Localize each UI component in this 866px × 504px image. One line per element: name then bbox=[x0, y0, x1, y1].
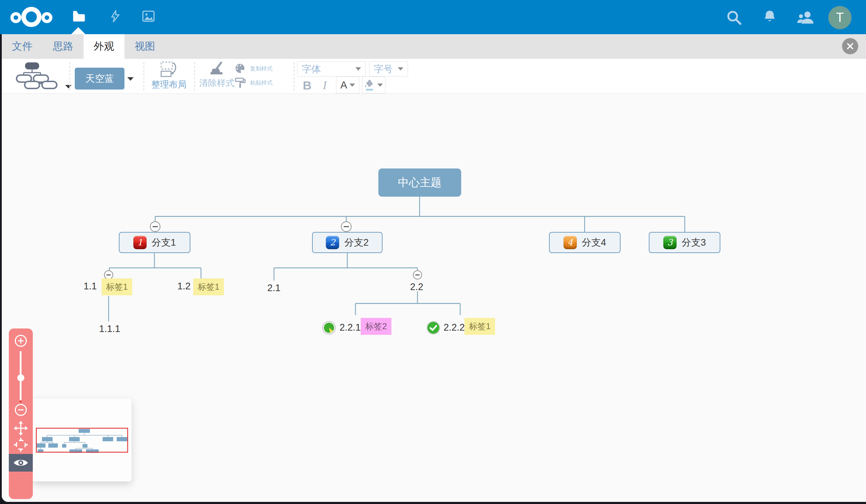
contacts-icon[interactable] bbox=[796, 8, 815, 27]
node-2-2-2[interactable]: 2.2.2 bbox=[444, 322, 465, 333]
mindmap-canvas[interactable]: 中心主题 1 分支1 2 分支2 4 分支4 3 分支3 1.1 标签1 bbox=[2, 94, 866, 502]
node-1-2[interactable]: 1.2 bbox=[177, 281, 191, 292]
background-color-button[interactable] bbox=[362, 76, 385, 93]
mindmap-app-window: T 文件 思路 外观 视图 bbox=[0, 0, 866, 504]
collapse-minus-icon[interactable] bbox=[413, 270, 422, 279]
branch2-node[interactable]: 2 分支2 bbox=[312, 232, 383, 253]
branch3-node[interactable]: 3 分支3 bbox=[649, 232, 720, 253]
tab-idea[interactable]: 思路 bbox=[43, 34, 84, 59]
font-family-select[interactable]: 字体 bbox=[297, 61, 366, 76]
tab-view[interactable]: 视图 bbox=[124, 34, 165, 59]
copy-style-button[interactable]: 复制样式 bbox=[234, 63, 273, 74]
theme-select-button[interactable]: 天空蓝 bbox=[75, 68, 124, 90]
arrange-layout-button[interactable]: 整理布局 bbox=[148, 61, 189, 90]
toggle-navigator-eye-icon[interactable] bbox=[9, 454, 33, 472]
copy-style-palette-icon bbox=[234, 63, 246, 74]
theme-label: 天空蓝 bbox=[85, 72, 114, 85]
zoom-in-icon[interactable] bbox=[15, 335, 27, 347]
tab-appearance[interactable]: 外观 bbox=[84, 34, 124, 59]
font-color-button[interactable]: A bbox=[336, 76, 359, 93]
task-done-check-icon[interactable] bbox=[426, 321, 440, 336]
toolbar-divider bbox=[194, 62, 195, 91]
notifications-bell-icon[interactable] bbox=[761, 8, 779, 27]
priority-2-icon: 2 bbox=[326, 236, 339, 249]
search-icon[interactable] bbox=[725, 8, 743, 27]
central-topic-node[interactable]: 中心主题 bbox=[378, 168, 461, 197]
node-2-2[interactable]: 2.2 bbox=[410, 282, 423, 293]
paste-style-roller-icon bbox=[234, 77, 246, 88]
tag-label: 标签2 bbox=[361, 318, 391, 335]
chevron-down-icon bbox=[355, 67, 361, 70]
files-app-icon[interactable] bbox=[72, 9, 86, 25]
italic-button[interactable]: I bbox=[318, 77, 331, 93]
clear-style-brush-icon bbox=[209, 62, 225, 76]
template-orgchart-icon bbox=[12, 61, 58, 89]
locate-center-icon[interactable] bbox=[14, 438, 28, 453]
tag-label: 标签1 bbox=[464, 318, 495, 335]
theme-dropdown-caret[interactable] bbox=[127, 77, 134, 81]
font-size-select[interactable]: 字号 bbox=[369, 61, 408, 76]
app-content: 文件 思路 外观 视图 bbox=[2, 34, 866, 502]
navigator-panel bbox=[32, 399, 132, 481]
clear-style-button[interactable]: 清除样式 bbox=[198, 62, 236, 89]
paste-style-button[interactable]: 粘贴样式 bbox=[234, 77, 273, 88]
zoom-slider-thumb[interactable] bbox=[17, 374, 24, 381]
node-1-1[interactable]: 1.1 bbox=[84, 281, 97, 292]
close-icon[interactable] bbox=[842, 38, 858, 54]
node-2-1[interactable]: 2.1 bbox=[267, 283, 281, 294]
user-avatar[interactable]: T bbox=[828, 6, 852, 29]
template-select-button[interactable] bbox=[12, 61, 68, 92]
node-1-1-1[interactable]: 1.1.1 bbox=[99, 324, 120, 334]
tag-label: 标签1 bbox=[193, 278, 224, 295]
collapse-minus-icon[interactable] bbox=[150, 221, 160, 232]
node-2-2-1[interactable]: 2.2.1 bbox=[340, 322, 361, 333]
priority-1-icon: 1 bbox=[133, 236, 147, 249]
chevron-down-icon bbox=[349, 84, 355, 87]
tab-file[interactable]: 文件 bbox=[2, 34, 43, 59]
nextcloud-logo-icon[interactable] bbox=[9, 5, 54, 31]
activity-app-icon[interactable] bbox=[109, 9, 122, 25]
paint-bucket-icon bbox=[365, 79, 375, 91]
nextcloud-header: T bbox=[0, 0, 866, 34]
toolbar-divider bbox=[69, 62, 70, 91]
zoom-out-icon[interactable] bbox=[15, 404, 27, 416]
chevron-down-icon bbox=[377, 84, 383, 87]
priority-4-icon: 4 bbox=[563, 236, 577, 249]
branch4-node[interactable]: 4 分支4 bbox=[549, 232, 621, 253]
template-dropdown-caret[interactable] bbox=[65, 85, 72, 88]
zoom-control-panel bbox=[9, 328, 33, 499]
photos-app-icon[interactable] bbox=[141, 9, 156, 25]
toolbar-divider bbox=[294, 62, 294, 91]
arrange-layout-icon bbox=[160, 61, 178, 78]
collapse-minus-icon[interactable] bbox=[341, 221, 352, 232]
zoom-slider-end bbox=[20, 400, 22, 402]
active-app-pointer bbox=[71, 27, 85, 34]
pan-move-icon[interactable] bbox=[14, 421, 28, 437]
avatar-initial: T bbox=[836, 10, 844, 25]
km-tab-bar: 文件 思路 外观 视图 bbox=[2, 34, 866, 59]
priority-3-icon: 3 bbox=[663, 236, 677, 249]
toolbar-divider bbox=[144, 62, 144, 91]
bold-button[interactable]: B bbox=[300, 77, 314, 93]
progress-pie-icon[interactable] bbox=[322, 321, 336, 336]
branch1-node[interactable]: 1 分支1 bbox=[119, 232, 190, 253]
minimap-tree bbox=[36, 429, 127, 453]
chevron-down-icon bbox=[398, 67, 403, 70]
appearance-toolbar: 天空蓝 整理布局 清除样式 bbox=[2, 59, 866, 94]
tag-label: 标签1 bbox=[102, 278, 132, 295]
